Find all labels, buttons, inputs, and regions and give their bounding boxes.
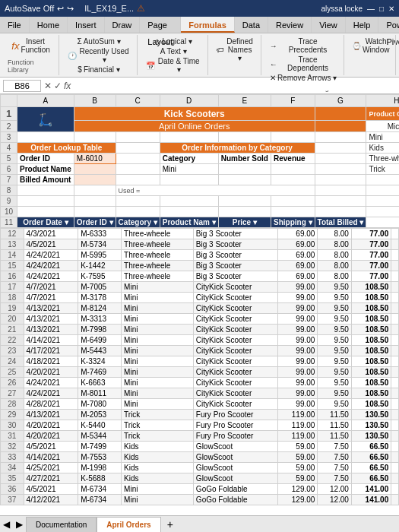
insert-function-button[interactable]: fx InsertFunction [9, 36, 52, 55]
total-cell[interactable]: 130.50 [351, 410, 391, 420]
id-cell[interactable]: M-5734 [78, 239, 122, 250]
cat-cell[interactable]: Mini [122, 388, 194, 399]
cell-f10[interactable] [271, 207, 315, 217]
tab-formulas[interactable]: Formulas [181, 17, 235, 33]
defined-names-button[interactable]: 🏷DefinedNames ▾ [214, 36, 255, 63]
ship-cell[interactable]: 9.50 [318, 325, 352, 335]
name-cell[interactable]: GoGo Foldable [193, 484, 277, 495]
price-cell[interactable]: 69.00 [278, 229, 318, 239]
price-cell[interactable]: 99.00 [278, 314, 318, 325]
price-cell[interactable]: 69.00 [278, 271, 318, 282]
extra-cell[interactable] [391, 282, 399, 293]
close-button[interactable]: ✕ [388, 5, 394, 13]
total-cell[interactable]: 108.50 [351, 378, 391, 388]
price-cell[interactable]: 69.00 [278, 250, 318, 261]
date-cell[interactable]: 4/5/2021 [24, 484, 78, 495]
ship-cell[interactable]: 11.50 [318, 420, 352, 431]
id-cell[interactable]: M-5995 [78, 250, 122, 261]
name-cell[interactable]: CityKick Scooter [193, 356, 277, 367]
product-name-value[interactable] [74, 164, 116, 175]
price-cell[interactable]: 59.00 [278, 463, 318, 473]
total-cell[interactable]: 66.50 [351, 473, 391, 484]
cell-f9[interactable] [271, 196, 315, 207]
name-cell[interactable]: CityKick Scooter [193, 367, 277, 378]
extra-cell[interactable] [391, 303, 399, 314]
cell-a9[interactable] [17, 196, 74, 207]
name-cell[interactable]: CityKick Scooter [193, 388, 277, 399]
tab-draw[interactable]: Draw [105, 17, 141, 33]
name-cell[interactable]: CityKick Scooter [193, 303, 277, 314]
extra-cell[interactable] [391, 346, 399, 356]
date-cell[interactable]: 4/20/2021 [24, 420, 78, 431]
ship-cell[interactable]: 9.50 [318, 303, 352, 314]
cell-e3[interactable] [218, 132, 271, 143]
price-cell[interactable]: 99.00 [278, 303, 318, 314]
order-id-value[interactable]: M-6010 [74, 154, 116, 164]
ship-cell[interactable]: 9.50 [318, 388, 352, 399]
extra-cell[interactable] [391, 378, 399, 388]
total-cell[interactable]: 108.50 [351, 293, 391, 303]
cat-cell[interactable]: Kids [122, 473, 194, 484]
cell-e7[interactable] [218, 175, 271, 185]
extra-cell[interactable] [391, 271, 399, 282]
ship-cell[interactable]: 9.50 [318, 293, 352, 303]
cell-d9[interactable] [160, 196, 218, 207]
date-cell[interactable]: 4/24/2021 [24, 261, 78, 271]
price-cell[interactable]: 99.00 [278, 293, 318, 303]
id-cell[interactable]: M-5443 [78, 346, 122, 356]
cell-h9[interactable] [366, 196, 399, 207]
extra-cell[interactable] [391, 431, 399, 442]
total-cell[interactable]: 108.50 [351, 367, 391, 378]
ship-cell[interactable]: 8.00 [318, 229, 352, 239]
watch-window-button[interactable]: ⌚WatchWindow [350, 36, 392, 55]
cat-cell[interactable]: Mini [122, 346, 194, 356]
id-cell[interactable]: M-7553 [78, 452, 122, 463]
price-cell[interactable]: 99.00 [278, 356, 318, 367]
cell-f3[interactable] [271, 132, 315, 143]
extra-cell[interactable] [391, 410, 399, 420]
id-cell[interactable]: M-7998 [78, 325, 122, 335]
total-cell[interactable]: 66.50 [351, 452, 391, 463]
ship-cell[interactable]: 12.00 [318, 495, 352, 505]
name-cell[interactable]: CityKick Scooter [193, 314, 277, 325]
name-cell[interactable]: GlowScoot [193, 463, 277, 473]
name-cell[interactable]: CityKick Scooter [193, 282, 277, 293]
date-cell[interactable]: 4/3/2021 [24, 229, 78, 239]
price-cell[interactable]: 119.00 [278, 420, 318, 431]
id-cell[interactable]: M-7080 [78, 399, 122, 410]
logical-button[interactable]: ◇ Logical ▾ [152, 36, 194, 46]
name-cell[interactable]: GlowScoot [193, 452, 277, 463]
tab-home[interactable]: Home [30, 17, 68, 33]
total-cell[interactable]: 108.50 [351, 356, 391, 367]
cat-cell[interactable]: Kids [122, 442, 194, 452]
ship-cell[interactable]: 8.00 [318, 250, 352, 261]
cat-cell[interactable]: Trick [122, 420, 194, 431]
datetime-button[interactable]: 📅 Date & Time ▾ [144, 56, 203, 74]
extra-cell[interactable] [391, 452, 399, 463]
total-cell[interactable]: 108.50 [351, 282, 391, 293]
total-cell[interactable]: 141.00 [351, 495, 391, 505]
cat-cell[interactable]: Mini [122, 367, 194, 378]
price-cell[interactable]: 129.00 [278, 495, 318, 505]
cell-h11[interactable] [366, 217, 399, 228]
id-cell[interactable]: M-6734 [78, 484, 122, 495]
total-cell[interactable]: 130.50 [351, 420, 391, 431]
cell-e10[interactable] [218, 207, 271, 217]
id-cell[interactable]: K-7595 [78, 271, 122, 282]
date-cell[interactable]: 4/27/2021 [24, 473, 78, 484]
name-cell[interactable]: Fury Pro Scooter [193, 420, 277, 431]
extra-cell[interactable] [391, 473, 399, 484]
num-sold-value[interactable] [218, 164, 271, 175]
id-cell[interactable]: M-7499 [78, 442, 122, 452]
total-cell[interactable]: 108.50 [351, 388, 391, 399]
cell-g8[interactable] [315, 185, 366, 196]
total-cell[interactable]: 77.00 [351, 239, 391, 250]
name-cell[interactable]: Fury Pro Scooter [193, 410, 277, 420]
tab-file[interactable]: File [0, 17, 30, 33]
price-cell[interactable]: 69.00 [278, 239, 318, 250]
ship-cell[interactable]: 8.00 [318, 271, 352, 282]
redo-icon[interactable]: ↪ [67, 4, 74, 14]
total-cell[interactable]: 77.00 [351, 271, 391, 282]
price-cell[interactable]: 99.00 [278, 378, 318, 388]
date-cell[interactable]: 4/20/2021 [24, 431, 78, 442]
